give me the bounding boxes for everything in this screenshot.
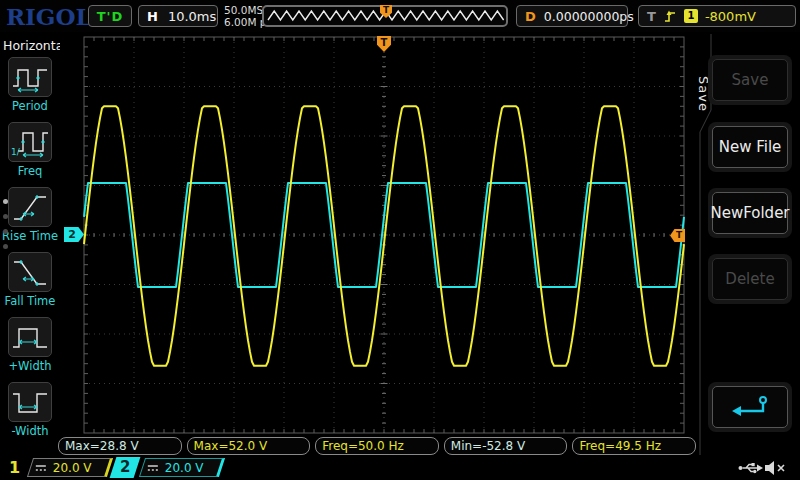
menu-item-fall-time[interactable]: Fall Time (0, 252, 60, 317)
neg-width-icon (8, 382, 52, 422)
trigger-info-box: T 1 -800mV (638, 5, 796, 27)
menu-page-indicator-dots (3, 189, 9, 259)
delete-button[interactable]: Delete (712, 258, 788, 300)
ch2-scale: 20.0 V (165, 461, 204, 475)
trigger-level-value: -800mV (705, 9, 756, 24)
menu-item-label: Freq (18, 164, 43, 178)
rising-edge-icon (663, 8, 677, 24)
trigger-status-badge: T'D (88, 5, 132, 27)
menu-item-label: Rise Time (2, 229, 58, 243)
ch2-indicator[interactable]: 20.0 V (139, 458, 225, 477)
pos-width-icon (8, 317, 52, 357)
t-label: T (647, 9, 656, 24)
menu-item-freq[interactable]: 1/ Freq (0, 122, 60, 187)
return-button[interactable] (712, 386, 788, 428)
dc-coupling-icon (147, 463, 159, 473)
measurement-slot-5: Freq=49.5 Hz (572, 437, 696, 455)
top-status-bar: RIGOL T'D H 10.0ms 50.0MSa/s 6.00M pts T… (0, 0, 800, 32)
waveform-overview-bar[interactable]: T (262, 5, 508, 27)
menu-item-label: +Width (8, 359, 51, 373)
measurement-slot-3: Freq=50.0 Hz (315, 437, 439, 455)
new-file-button[interactable]: New File (712, 126, 788, 168)
trigger-source-badge: 1 (684, 9, 698, 23)
ch1-scale: 20.0 V (53, 461, 92, 475)
menu-item-label: -Width (11, 424, 48, 438)
channel-status-bar: 1 20.0 V 2 20.0 V (0, 455, 800, 480)
menu-item-label: Period (12, 99, 48, 113)
save-menu-panel: Save Save New File NewFolder Delete (696, 32, 800, 480)
fall-time-icon (8, 252, 52, 292)
scope-canvas (60, 32, 696, 437)
horizontal-timebase-box: H 10.0ms (138, 5, 218, 27)
timebase-value: 10.0ms (168, 9, 216, 24)
scope-display: T 2 T (60, 32, 696, 437)
measurement-slot-4: Min=-52.8 V (444, 437, 568, 455)
measurement-slot-2: Max=52.0 V (187, 437, 311, 455)
rise-time-icon (8, 187, 52, 227)
menu-item-label: Fall Time (5, 294, 56, 308)
ch2-number[interactable]: 2 (110, 457, 141, 478)
measurement-bar: Max=28.8 V Max=52.0 V Freq=50.0 Hz Min=-… (58, 437, 696, 455)
delay-value: 0.00000000ps (544, 9, 634, 24)
new-folder-button[interactable]: NewFolder (712, 192, 788, 234)
ch1-indicator[interactable]: 20.0 V (27, 458, 113, 477)
menu-item-period[interactable]: Period (0, 57, 60, 122)
menu-item-rise-time[interactable]: Rise Time (0, 187, 60, 252)
measurement-slot-1: Max=28.8 V (58, 437, 182, 455)
delay-box: D 0.00000000ps (516, 5, 628, 27)
period-icon (8, 57, 52, 97)
menu-item-neg-width[interactable]: -Width (0, 382, 60, 447)
menu-item-pos-width[interactable]: +Width (0, 317, 60, 382)
freq-icon: 1/ (8, 122, 52, 162)
h-label: H (147, 9, 158, 24)
return-arrow-icon (728, 394, 772, 420)
d-label: D (525, 9, 536, 24)
save-button[interactable]: Save (712, 59, 788, 101)
ch1-number: 1 (9, 458, 20, 477)
dc-coupling-icon (35, 463, 47, 473)
horizontal-measure-menu: Horizontal Period 1/ Freq (0, 32, 60, 480)
menu-title: Horizontal (0, 32, 60, 57)
speaker-muted-icon (764, 460, 792, 476)
rigol-logo: RIGOL (6, 3, 92, 30)
svg-text:1/: 1/ (11, 147, 21, 157)
usb-icon (738, 461, 764, 475)
